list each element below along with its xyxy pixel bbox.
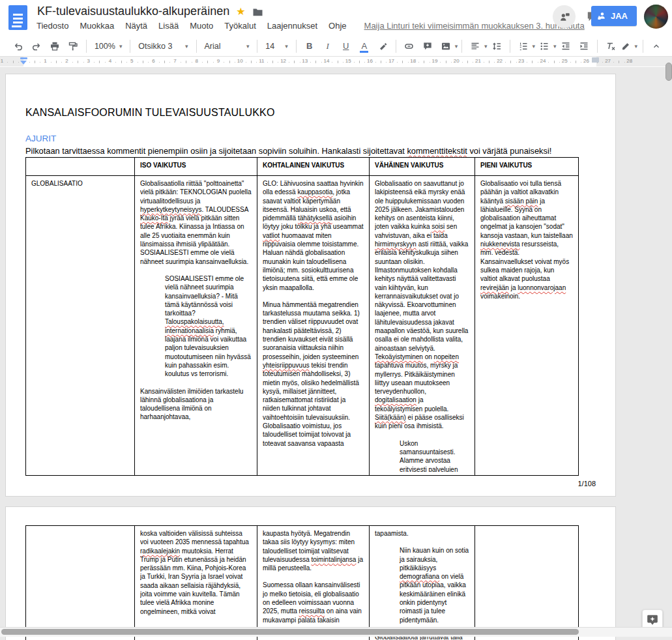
horizontal-scrollbar-thumb[interactable] [1, 629, 579, 635]
print-button[interactable] [47, 38, 63, 54]
header-kohtalainen-vaikutus[interactable]: KOHTALAINEN VAIKUTUS [257, 158, 370, 176]
ruler-tick [505, 62, 506, 63]
cell-iso-vaikutus-cont[interactable]: koska valtioiden välisissä suhteissa voi… [135, 526, 257, 640]
menu-nayta[interactable]: Näytä [125, 21, 147, 31]
ruler-tick [559, 62, 560, 63]
numbered-list-icon [518, 41, 529, 51]
bold-button[interactable]: B [302, 38, 317, 54]
collapse-toolbar-button[interactable] [649, 38, 664, 54]
document-title[interactable]: KF-tulevaisuustaulukko-alkuperäinen [37, 5, 229, 18]
share-button[interactable]: JAA [591, 6, 637, 26]
ruler-tick: 22 [497, 58, 503, 64]
folder-icon[interactable] [252, 7, 263, 16]
insert-image-button[interactable] [438, 38, 454, 54]
cell-kohtalainen-vaikutus-cont[interactable]: kaupasta hyötyä. Megatrendin takaa siis … [257, 526, 370, 640]
editing-mode-button[interactable]: ▾ [621, 38, 637, 54]
ruler[interactable]: 1123456789101112131415161718192021222324… [0, 57, 672, 68]
cell-kohtalainen-vaikutus[interactable]: GLO: Lähivuosina saattaa hyvinkin olla e… [257, 176, 370, 476]
header-pieni-vaikutus[interactable]: PIENI VAIKUTUS [475, 158, 579, 176]
cell-row-label[interactable]: GLOBALISAATIO [26, 176, 135, 476]
doc-subheading: AJURIT [25, 134, 56, 143]
misspelled-word: hirmimyrskyyn [375, 240, 416, 248]
menu-ohje[interactable]: Ohje [329, 21, 346, 31]
header-empty[interactable] [26, 158, 135, 176]
left-indent-marker[interactable] [20, 61, 27, 65]
ruler-tick: 6 [152, 58, 154, 64]
redo-button[interactable] [29, 38, 44, 54]
decrease-indent-button[interactable] [558, 38, 574, 54]
underline-icon: U [343, 41, 349, 51]
zoom-select[interactable]: 100% ▾ [91, 38, 126, 54]
header-iso-vaikutus[interactable]: ISO VAIKUTUS [135, 158, 257, 176]
paragraph-style-select[interactable]: Otsikko 3 ▾ [134, 38, 192, 54]
version-history-button[interactable] [553, 5, 576, 28]
ruler-tick: 26 [583, 58, 589, 64]
highlight-color-button[interactable] [375, 38, 390, 54]
font-size-select[interactable]: 14 ▾ [261, 38, 291, 54]
page-1[interactable]: KANSALAISFOORUMIN TULEVAISUUSTAULUKKO AJ… [5, 74, 616, 497]
ruler-tick [56, 61, 57, 63]
ruler-tick [186, 61, 186, 63]
clear-formatting-button[interactable] [602, 38, 618, 54]
last-edit-link[interactable]: Maija Linturi teki viimeisimmän muokkauk… [364, 21, 585, 31]
misspelled-word: nopeiten [434, 353, 459, 360]
undo-button[interactable] [10, 38, 26, 54]
insert-link-button[interactable] [402, 38, 417, 54]
document-canvas[interactable]: KANSALAISFOORUMIN TULEVAISUUSTAULUKKO AJ… [0, 67, 672, 640]
cell-vahainen-vaikutus[interactable]: Globalisaatio on saavuttanut jo lakipist… [370, 176, 475, 476]
horizontal-scrollbar-track[interactable] [0, 627, 672, 637]
page-2[interactable]: koska valtioiden välisissä suhteissa voi… [5, 506, 616, 640]
line-spacing-button[interactable] [489, 38, 504, 54]
text-color-button[interactable]: A [357, 38, 372, 54]
toolbar-separator [86, 40, 87, 53]
first-line-indent-marker[interactable] [20, 57, 27, 59]
misspelled-word: toimintalinjansa [312, 556, 357, 563]
user-avatar[interactable] [644, 5, 668, 29]
ruler-tick [207, 61, 208, 63]
toolbar-separator [196, 40, 197, 53]
star-icon[interactable]: ★ [236, 7, 245, 17]
menu-laajennukset[interactable]: Laajennukset [267, 21, 317, 31]
ruler-tick [359, 61, 360, 63]
font-select[interactable]: Arial ▾ [200, 38, 253, 54]
chevron-down-icon[interactable]: ▾ [484, 43, 488, 50]
align-button[interactable] [467, 38, 483, 54]
numbered-list-button[interactable] [516, 38, 531, 54]
menu-muoto[interactable]: Muoto [190, 21, 213, 31]
titlebar: KF-tulevaisuustaulukko-alkuperäinen ★ Ti… [0, 0, 672, 36]
table-row: koska valtioiden välisissä suhteissa voi… [26, 526, 579, 640]
italic-button[interactable]: I [320, 38, 336, 54]
font-size-value: 14 [265, 42, 274, 51]
menu-muokkaa[interactable]: Muokkaa [80, 21, 114, 31]
table-header-row: ISO VAIKUTUS KOHTALAINEN VAIKUTUS VÄHÄIN… [26, 158, 579, 176]
ruler-tick [169, 62, 170, 63]
chevron-down-icon[interactable]: ▾ [455, 43, 458, 50]
increase-indent-button[interactable] [576, 38, 592, 54]
docs-logo-icon[interactable] [8, 5, 27, 30]
menu-lisaa[interactable]: Lisää [158, 21, 179, 31]
cell-row-label-cont[interactable] [26, 526, 135, 640]
ruler-tick [300, 62, 300, 63]
menu-tiedosto[interactable]: Tiedosto [37, 21, 68, 31]
ruler-tick [294, 61, 295, 63]
header-vahainen-vaikutus[interactable]: VÄHÄINEN VAIKUTUS [370, 158, 475, 176]
cell-pieni-vaikutus-cont[interactable] [475, 526, 579, 640]
bulleted-list-button[interactable] [536, 38, 552, 54]
cell-iso-vaikutus[interactable]: Globalisaatiolla riittää "polttoainetta"… [135, 176, 257, 476]
misspelled-word: niukkenevista [480, 240, 520, 248]
cell-vahainen-vaikutus-cont[interactable]: tapaamista.Niin kauan kuin on sotia ja s… [370, 526, 475, 640]
add-comment-button[interactable] [420, 38, 435, 54]
cell-pieni-vaikutus[interactable]: Globalisaatio voi tulla tiensä päähän ja… [475, 176, 579, 476]
ruler-tick [354, 62, 355, 63]
paint-format-button[interactable] [65, 38, 81, 54]
ruler-tick [510, 61, 511, 63]
pencil-icon [621, 41, 631, 51]
underline-button[interactable]: U [338, 38, 354, 54]
chevron-down-icon[interactable]: ▾ [533, 43, 536, 50]
right-indent-marker[interactable] [592, 57, 599, 63]
chevron-down-icon[interactable]: ▾ [553, 43, 557, 50]
misspelled-word: yhteisriippuvuus [263, 362, 310, 369]
misspelled-word: sisään päin [505, 197, 538, 205]
vertical-scrollbar[interactable] [665, 63, 672, 81]
menu-tyokalut[interactable]: Työkalut [224, 21, 256, 31]
